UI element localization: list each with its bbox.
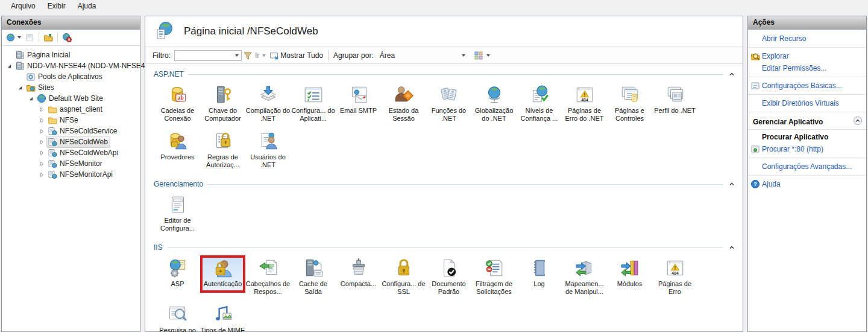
tree-item-ndd-vm-nfse44-ndd-vm-nfse44[interactable]: NDD-VM-NFSE44 (NDD-VM-NFSE44 [2, 60, 140, 71]
action-ajuda[interactable]: ?Ajuda [748, 178, 866, 190]
feature-usu-rios-do-net[interactable]: Usuários do .NET [245, 129, 291, 169]
go-chevron-icon[interactable] [262, 54, 266, 57]
action-configura-es-avan-adas[interactable]: Configurações Avançadas... [748, 161, 866, 173]
action-procurar-*:80-(http)[interactable]: Procurar *:80 (http) [748, 143, 866, 155]
menu-bar: ArquivoExibirAjuda [0, 0, 868, 11]
feature-p-ginas-e-controles[interactable]: Páginas e Controles [607, 82, 652, 123]
section-collapse-icon[interactable] [728, 244, 735, 251]
feature-compacta[interactable]: Compacta... [336, 255, 381, 296]
menu-item-exibir[interactable]: Exibir [42, 1, 72, 11]
feature-email-smtp[interactable]: Email SMTP [336, 82, 381, 123]
feature-p-ginas-de-erro-do-net[interactable]: 404Páginas de Erro do .NET [562, 82, 607, 123]
expand-arrow-icon[interactable] [38, 149, 45, 156]
feature-regras-de-autoriza[interactable]: Regras de Autorizaç... [200, 129, 245, 169]
tree-item-label: Default Web Site [49, 94, 103, 103]
action-configura-es-b-sicas[interactable]: Configurações Básicas... [748, 80, 866, 92]
feature-autentica-o[interactable]: Autenticação [200, 255, 245, 293]
feature-configura-do-aplicati[interactable]: Configura... do Aplicati... [291, 82, 336, 123]
feature-estado-da-sess-o[interactable]: Estado da Sessão [381, 82, 426, 123]
expand-arrow-icon[interactable] [38, 160, 45, 167]
actions-separator [748, 112, 866, 112]
page-title: Página inicial /NFSeColdWeb [184, 25, 318, 37]
collapse-arrow-icon[interactable] [5, 62, 13, 69]
feature-p-ginas-de-erro[interactable]: 404Páginas de Erro [652, 255, 697, 296]
feature-documento-padr-o[interactable]: Documento Padrão [426, 255, 471, 296]
filter-combobox[interactable] [174, 50, 242, 61]
tree-item-nfsecoldservice[interactable]: NFSeColdService [2, 126, 140, 136]
expand-arrow-icon[interactable] [38, 117, 45, 124]
feature-cache-de-sa-da[interactable]: Cache de Saída [291, 255, 336, 296]
feature-cabe-alhos-de-respos[interactable]: Cabeçalhos de Respos... [245, 255, 291, 296]
tree-item-pools-de-aplicativos[interactable]: Pools de Aplicativos [2, 71, 140, 82]
go-button[interactable]: Ir [255, 51, 259, 60]
feature-chave-do-computador[interactable]: Chave do Computador [200, 82, 245, 123]
expander-none [16, 73, 24, 80]
view-tiles-icon[interactable] [474, 51, 483, 60]
remove-connection-button[interactable] [60, 31, 74, 43]
feature-provedores[interactable]: Provedores [155, 129, 200, 169]
section-iis: IISASPAutenticaçãoCabeçalhos de Respos..… [154, 242, 735, 332]
collapse-arrow-icon[interactable] [27, 95, 34, 102]
tree-item-label: NFSeColdService [60, 127, 117, 135]
feature-label: Configura... de SSL [381, 280, 426, 296]
action-exibir-diret-rios-virtuais[interactable]: Exibir Diretórios Virtuais [748, 97, 866, 109]
view-chevron-icon[interactable] [486, 54, 490, 57]
feature-label: Regras de Autorizaç... [200, 153, 245, 169]
tree-item-p-gina-inicial[interactable]: Página Inicial [2, 49, 140, 60]
show-all-button[interactable]: Mostrar Tudo [280, 51, 323, 60]
feature-n-veis-de-confian-a[interactable]: Níveis de Confiança ... [517, 82, 562, 123]
feature-fun-es-do-net[interactable]: Funções do .NET [426, 82, 471, 123]
feature-filtragem-de-solicita-es[interactable]: Filtragem de Solicitações [471, 255, 517, 296]
feature-configura-de-ssl[interactable]: Configura... de SSL [381, 255, 426, 296]
tags-icon [426, 82, 471, 105]
window-404-icon: 404 [652, 255, 697, 278]
feature-cadeias-de-conex-o[interactable]: abCadeias de Conexão [155, 82, 200, 123]
windows-profile-icon [652, 82, 697, 105]
tree-item-default-web-site[interactable]: Default Web Site [2, 93, 140, 104]
menu-item-arquivo[interactable]: Arquivo [5, 1, 42, 11]
feature-m-dulos[interactable]: Módulos [607, 255, 652, 296]
expand-arrow-icon[interactable] [38, 127, 45, 135]
collapse-circle-icon[interactable] [853, 116, 863, 127]
action-editar-permiss-es[interactable]: Editar Permissões... [748, 62, 866, 74]
connect-button[interactable] [4, 31, 23, 43]
menu-item-ajuda[interactable]: Ajuda [72, 1, 102, 11]
tree-item-label: NDD-VM-NFSE44 (NDD-VM-NFSE44 [27, 62, 149, 70]
action-explorar[interactable]: Explorar [748, 50, 866, 62]
expand-arrow-icon[interactable] [38, 138, 45, 145]
tree-item-nfsecoldweb[interactable]: NFSeColdWeb [2, 136, 140, 147]
tree-item-sites[interactable]: Sites [2, 82, 140, 93]
up-button[interactable] [42, 31, 55, 43]
group-by-combobox[interactable]: Área [377, 50, 468, 61]
expand-arrow-icon[interactable] [38, 171, 45, 178]
a-explore-icon [750, 51, 760, 61]
globe-check-icon [517, 82, 562, 105]
window-404-icon: 404 [562, 82, 607, 105]
tree-item-label: Pools de Aplicativos [38, 72, 102, 81]
tree-item-nfsemonitor[interactable]: NFSeMonitor [2, 158, 140, 169]
feature-mapeamen-de-manipul[interactable]: Mapeamen... de Manipul... [562, 255, 607, 296]
action-label: Explorar [762, 52, 789, 60]
collapse-arrow-icon[interactable] [16, 84, 24, 91]
tree-item-nfse[interactable]: NFSe [2, 115, 140, 126]
feature-tipos-de-mime[interactable]: Tipos de MIME [200, 302, 245, 332]
action-abrir-recurso[interactable]: Abrir Recurso [748, 33, 866, 45]
feature-globaliza-o-do-net[interactable]: Globalização do .NET [471, 82, 517, 123]
expand-arrow-icon[interactable] [38, 106, 45, 113]
list-filter-icon [471, 255, 517, 278]
feature-perfil-do-net[interactable]: Perfil do .NET [652, 82, 697, 123]
feature-label: Funções do .NET [426, 107, 471, 123]
feature-log[interactable]: Log [517, 255, 562, 296]
tree-item-nfsecoldwebapi[interactable]: NFSeColdWebApi [2, 147, 140, 158]
tree-item-aspnet-client[interactable]: aspnet_client [2, 104, 140, 115]
tree-item-nfsemonitorapi[interactable]: NFSeMonitorApi [2, 169, 140, 180]
section-collapse-icon[interactable] [728, 180, 735, 188]
feature-asp[interactable]: ASP [155, 255, 200, 296]
feature-editor-de-configura[interactable]: Editor de Configura... [155, 192, 200, 232]
section-collapse-icon[interactable] [728, 71, 735, 78]
section-rule [168, 247, 723, 248]
person-diamond-icon [381, 82, 426, 105]
feature-compila-o-do-net[interactable]: Compilação do .NET [245, 82, 291, 123]
feature-pesquisa-no-diret-rio[interactable]: Pesquisa no Diretório [155, 302, 200, 332]
tree-item-label: aspnet_client [60, 105, 102, 113]
